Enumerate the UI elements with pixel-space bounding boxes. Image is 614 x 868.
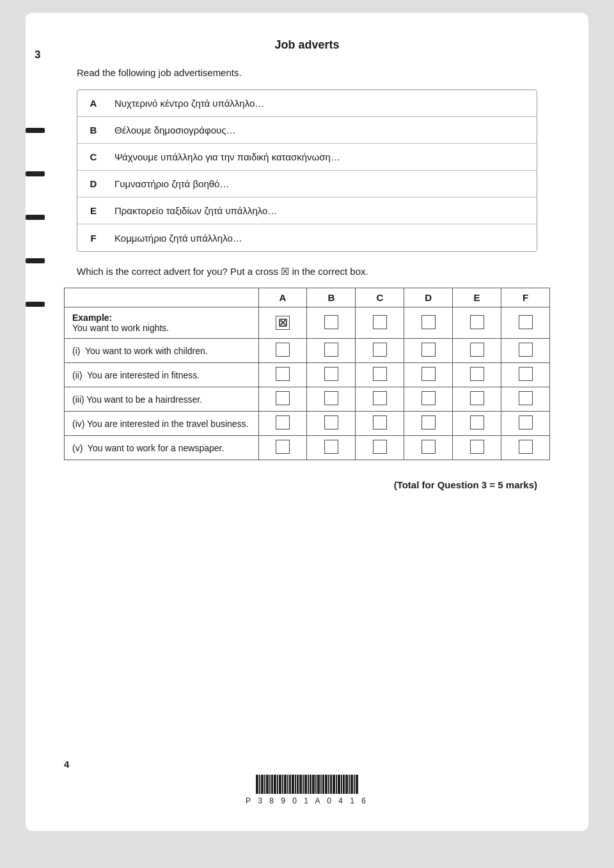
col-header-a: A <box>258 288 307 307</box>
table-row-ii: (ii) You are interested in fitness. <box>65 363 550 387</box>
empty-checkbox <box>324 415 338 430</box>
cell-i-b[interactable] <box>307 339 356 363</box>
cell-ii-f[interactable] <box>501 363 550 387</box>
empty-checkbox <box>373 367 387 381</box>
cell-v-f[interactable] <box>501 436 550 460</box>
table-row-example: Example:You want to work nights. ☒ <box>65 307 550 339</box>
question-number: 3 <box>35 49 40 61</box>
barcode-bar <box>299 775 302 794</box>
row-label-ii: (ii) You are interested in fitness. <box>65 363 259 387</box>
answer-table: A B C D E F Example:You want to work nig… <box>64 288 550 460</box>
table-row-iv: (iv) You are interested in the travel bu… <box>65 412 550 436</box>
cell-iii-a[interactable] <box>258 387 307 412</box>
barcode-bar <box>277 775 278 794</box>
advert-letter-f: F <box>77 228 109 249</box>
advert-text-a: Νυχτερινό κέντρο ζητά υπάλληλο… <box>109 93 537 114</box>
barcode-text: P 3 8 9 0 1 A 0 4 1 6 <box>246 796 368 805</box>
empty-checkbox <box>276 343 290 357</box>
barcode-bar <box>330 775 332 794</box>
cell-v-c[interactable] <box>356 436 404 460</box>
cell-iv-c[interactable] <box>356 412 404 436</box>
cell-example-a[interactable]: ☒ <box>258 307 307 339</box>
cell-i-d[interactable] <box>404 339 453 363</box>
cell-example-d[interactable] <box>404 307 453 339</box>
cell-iii-f[interactable] <box>501 387 550 412</box>
cell-iv-f[interactable] <box>501 412 550 436</box>
advert-row-c: C Ψάχνουμε υπάλληλο για την παιδική κατα… <box>77 144 537 171</box>
advert-text-c: Ψάχνουμε υπάλληλο για την παιδική κατασκ… <box>109 146 537 167</box>
barcode: P 3 8 9 0 1 A 0 4 1 6 <box>246 775 368 805</box>
cell-i-a[interactable] <box>258 339 307 363</box>
empty-checkbox <box>470 391 484 405</box>
empty-checkbox <box>373 315 387 329</box>
cell-v-b[interactable] <box>307 436 356 460</box>
col-header-empty <box>65 288 259 307</box>
margin-mark-2 <box>26 171 45 176</box>
instruction-text: Which is the correct advert for you? Put… <box>77 266 537 277</box>
barcode-bar <box>303 775 304 794</box>
page-number: 4 <box>64 759 69 770</box>
cell-ii-d[interactable] <box>404 363 453 387</box>
barcode-bar <box>261 775 264 794</box>
barcode-bar <box>259 775 260 794</box>
cell-v-d[interactable] <box>404 436 453 460</box>
barcode-bar <box>284 775 287 794</box>
empty-checkbox <box>373 415 387 430</box>
barcode-bar <box>292 775 294 794</box>
barcode-bar <box>310 775 311 794</box>
advert-letter-b: B <box>77 120 109 141</box>
cell-iv-a[interactable] <box>258 412 307 436</box>
cell-i-c[interactable] <box>356 339 404 363</box>
advert-letter-d: D <box>77 173 109 194</box>
barcode-bar <box>333 775 335 794</box>
cell-v-a[interactable] <box>258 436 307 460</box>
exam-page: 3 Job adverts Read the following job adv… <box>26 13 588 831</box>
barcode-bar <box>312 775 315 794</box>
advert-row-f: F Κομμωτήριο ζητά υπάλληλο… <box>77 224 537 251</box>
row-label-v: (v) You want to work for a newspaper. <box>65 436 259 460</box>
cell-i-f[interactable] <box>501 339 550 363</box>
empty-checkbox <box>276 391 290 405</box>
barcode-bar <box>295 775 296 794</box>
cell-iv-e[interactable] <box>453 412 501 436</box>
cell-ii-c[interactable] <box>356 363 404 387</box>
page-title: Job adverts <box>58 38 556 52</box>
cell-example-f[interactable] <box>501 307 550 339</box>
cell-iii-c[interactable] <box>356 387 404 412</box>
barcode-bar <box>350 775 353 794</box>
empty-checkbox <box>276 415 290 430</box>
barcode-bar <box>345 775 348 794</box>
advert-row-b: B Θέλουμε δημοσιογράφους… <box>77 117 537 144</box>
barcode-bar <box>320 775 322 794</box>
empty-checkbox <box>421 367 436 381</box>
cell-ii-e[interactable] <box>453 363 501 387</box>
barcode-bar <box>315 775 317 794</box>
margin-mark-3 <box>26 215 45 220</box>
cell-iii-d[interactable] <box>404 387 453 412</box>
cell-v-e[interactable] <box>453 436 501 460</box>
table-row-i: (i) You want to work with children. <box>65 339 550 363</box>
empty-checkbox <box>373 440 387 454</box>
advert-text-b: Θέλουμε δημοσιογράφους… <box>109 120 537 141</box>
cell-ii-a[interactable] <box>258 363 307 387</box>
empty-checkbox <box>519 367 533 381</box>
cell-i-e[interactable] <box>453 339 501 363</box>
table-row-v: (v) You want to work for a newspaper. <box>65 436 550 460</box>
cell-example-e[interactable] <box>453 307 501 339</box>
barcode-bar <box>274 775 276 794</box>
cell-ii-b[interactable] <box>307 363 356 387</box>
cell-example-c[interactable] <box>356 307 404 339</box>
cell-iii-b[interactable] <box>307 387 356 412</box>
cell-example-b[interactable] <box>307 307 356 339</box>
barcode-bar <box>279 775 281 794</box>
cell-iv-b[interactable] <box>307 412 356 436</box>
table-row-iii: (iii) You want to be a hairdresser. <box>65 387 550 412</box>
empty-checkbox <box>276 367 290 381</box>
empty-checkbox <box>421 415 436 430</box>
empty-checkbox <box>324 315 338 329</box>
empty-checkbox <box>470 315 484 329</box>
empty-checkbox <box>470 343 484 357</box>
cell-iii-e[interactable] <box>453 387 501 412</box>
cell-iv-d[interactable] <box>404 412 453 436</box>
empty-checkbox <box>470 415 484 430</box>
